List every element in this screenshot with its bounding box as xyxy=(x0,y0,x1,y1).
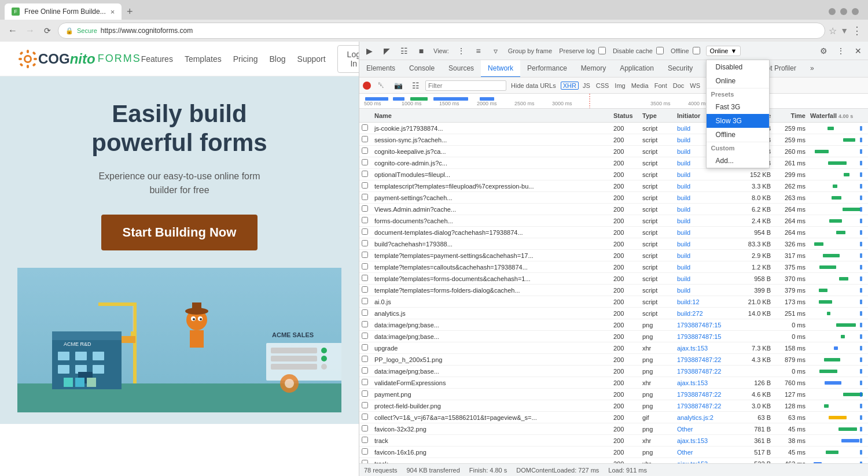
table-row[interactable]: template?templates=callouts&cachehash=17… xyxy=(359,261,868,273)
table-row[interactable]: template?templates=forms-documents&cache… xyxy=(359,273,868,285)
bookmark-button[interactable]: ☆ xyxy=(829,25,837,36)
inspect-element-button[interactable]: ▶ xyxy=(362,43,377,58)
xhr-filter[interactable]: XHR xyxy=(561,82,579,90)
table-row[interactable]: cognito-keepalive.js?ca... 200 script bu… xyxy=(359,146,868,157)
table-row[interactable]: analytics.js 200 script build:272 14.0 K… xyxy=(359,308,868,319)
offline-checkbox[interactable] xyxy=(693,47,700,54)
preserve-log-checkbox[interactable] xyxy=(598,47,606,54)
filter-toggle-button[interactable]: ☷ xyxy=(408,78,423,93)
tab-application[interactable]: Application xyxy=(613,60,661,78)
throttle-option-add[interactable]: Add... xyxy=(707,154,769,168)
row-checkbox[interactable] xyxy=(362,252,372,259)
disable-cache-checkbox[interactable] xyxy=(656,47,664,54)
table-row[interactable]: build?cachehash=179388... 200 script bui… xyxy=(359,238,868,250)
row-checkbox[interactable] xyxy=(362,367,372,375)
browser-tab[interactable]: F Free Online Form Builde... × xyxy=(5,3,122,20)
table-row[interactable]: track 200 xhr ajax.ts:153 361 B 38 ms xyxy=(359,435,868,447)
row-checkbox[interactable] xyxy=(362,402,372,409)
window-close[interactable] xyxy=(852,8,859,15)
tab-sources[interactable]: Sources xyxy=(442,60,481,78)
nav-features[interactable]: Features xyxy=(141,54,173,64)
throttle-dropdown-menu[interactable]: Disabled Online Presets Fast 3G Slow 3G … xyxy=(706,60,770,168)
table-row[interactable]: payment-settings?cacheh... 200 script bu… xyxy=(359,192,868,204)
table-row[interactable]: template?templates=forms-folders-dialog&… xyxy=(359,285,868,296)
throttle-dropdown-container[interactable]: Online ▼ Disabled Online Presets Fast 3G… xyxy=(706,46,741,56)
devtools-more-button[interactable]: ⋮ xyxy=(833,43,848,58)
row-checkbox[interactable] xyxy=(362,275,372,282)
clear-button[interactable]: ␡ xyxy=(373,78,388,93)
address-bar[interactable]: 🔒 Secure https://www.cognitoforms.com xyxy=(58,23,825,39)
devtools-close-button[interactable]: ✕ xyxy=(851,43,866,58)
devtools-settings-button[interactable]: ⚙ xyxy=(816,43,831,58)
table-row[interactable]: favicon-16x16.png 200 png Other 517 B 45… xyxy=(359,447,868,458)
row-checkbox[interactable] xyxy=(362,437,372,444)
css-filter[interactable]: CSS xyxy=(594,82,611,89)
row-checkbox[interactable] xyxy=(362,228,372,236)
table-row[interactable]: track 200 xhr ajax.ts:153 522 B 463 ms xyxy=(359,458,868,463)
img-filter[interactable]: Img xyxy=(613,82,627,89)
row-checkbox[interactable] xyxy=(362,136,372,143)
table-row[interactable]: document-templates-dialog?cachehash=1793… xyxy=(359,227,868,238)
filter-bar-toggle[interactable]: ▿ xyxy=(488,43,503,58)
table-row[interactable]: optionalTmodules=fileupl... 200 script b… xyxy=(359,169,868,180)
window-minimize[interactable] xyxy=(829,8,836,15)
row-checkbox[interactable] xyxy=(362,390,372,398)
camera-button[interactable]: 📷 xyxy=(391,78,406,93)
table-row[interactable]: PP_logo_h_200x51.png 200 png 1793887487:… xyxy=(359,354,868,366)
tab-performance[interactable]: Performance xyxy=(520,60,574,78)
row-checkbox[interactable] xyxy=(362,379,372,386)
row-checkbox[interactable] xyxy=(362,147,372,155)
row-checkbox[interactable] xyxy=(362,448,372,456)
tab-memory[interactable]: Memory xyxy=(574,60,613,78)
record-button[interactable] xyxy=(363,82,371,90)
row-checkbox[interactable] xyxy=(362,425,372,433)
nav-pricing[interactable]: Pricing xyxy=(233,54,258,64)
view-grid-button[interactable]: ⋮ xyxy=(454,43,469,58)
extension-button[interactable]: ▼ xyxy=(840,26,848,35)
row-checkbox[interactable] xyxy=(362,333,372,340)
screenshot-button[interactable]: ■ xyxy=(414,43,429,58)
row-checkbox[interactable] xyxy=(362,240,372,248)
table-row[interactable]: upgrade 200 xhr ajax.ts:153 7.3 KB 158 m… xyxy=(359,342,868,354)
table-row[interactable]: data:image/png;base... 200 png 179388748… xyxy=(359,319,868,331)
filter-input[interactable] xyxy=(425,80,506,91)
filter-icon[interactable]: ☷ xyxy=(396,43,411,58)
throttle-option-offline[interactable]: Offline xyxy=(707,128,769,142)
header-type[interactable]: Type xyxy=(640,112,675,119)
row-checkbox[interactable] xyxy=(362,286,372,294)
table-row[interactable]: protect-field-builder.png 200 png 179388… xyxy=(359,400,868,412)
table-row[interactable]: templatescript?templates=fileupload%7cex… xyxy=(359,180,868,192)
row-checkbox[interactable] xyxy=(362,263,372,271)
forward-button[interactable]: → xyxy=(23,24,37,38)
table-row[interactable]: collect?v=1&_v=j67&a=a=158862101&t=pagev… xyxy=(359,412,868,423)
hide-data-urls-toggle[interactable]: Hide data URLs xyxy=(509,82,558,89)
throttle-option-online[interactable]: Online xyxy=(707,74,769,88)
nav-blog[interactable]: Blog xyxy=(270,54,286,64)
throttle-option-slow3g[interactable]: Slow 3G xyxy=(707,114,769,128)
device-toggle-button[interactable]: ◤ xyxy=(379,43,394,58)
doc-filter[interactable]: Doc xyxy=(671,82,686,89)
back-button[interactable]: ← xyxy=(6,24,20,38)
new-tab-button[interactable]: + xyxy=(122,3,138,20)
tab-close-button[interactable]: × xyxy=(111,8,115,16)
tab-more[interactable]: » xyxy=(803,60,821,78)
row-checkbox[interactable] xyxy=(362,194,372,201)
row-checkbox[interactable] xyxy=(362,171,372,178)
row-checkbox[interactable] xyxy=(362,182,372,190)
table-row[interactable]: favicon-32x32.png 200 png Other 781 B 45… xyxy=(359,423,868,435)
chrome-menu-button[interactable]: ⋮ xyxy=(852,24,862,37)
tab-network[interactable]: Network xyxy=(481,60,520,78)
media-filter[interactable]: Media xyxy=(630,82,650,89)
table-row[interactable]: payment.png 200 png 1793887487:22 4.6 KB… xyxy=(359,389,868,400)
view-list-button[interactable]: ≡ xyxy=(471,43,486,58)
tab-security[interactable]: Security xyxy=(661,60,700,78)
table-row[interactable]: ai.0.js 200 script build:12 21.0 KB 173 … xyxy=(359,296,868,308)
refresh-button[interactable]: ⟳ xyxy=(41,24,54,38)
table-row[interactable]: cognito-core-admin.js?c... 200 script bu… xyxy=(359,157,868,169)
row-checkbox[interactable] xyxy=(362,344,372,352)
throttle-option-disabled[interactable]: Disabled xyxy=(707,60,769,74)
cta-button[interactable]: Start Building Now xyxy=(101,215,258,250)
row-checkbox[interactable] xyxy=(362,205,372,213)
header-waterfall[interactable]: Waterfall 4.00 s xyxy=(808,112,866,119)
header-name[interactable]: Name xyxy=(372,112,611,119)
